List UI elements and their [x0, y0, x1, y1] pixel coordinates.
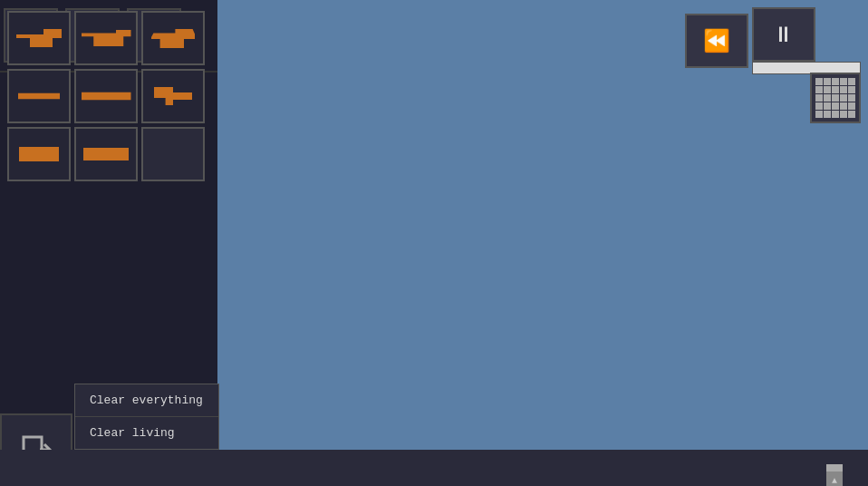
gun-sprite-7: [19, 147, 59, 161]
entity-arrow: ▲: [832, 476, 837, 486]
gun-sprite-2: [82, 30, 131, 46]
weapon-slot-1[interactable]: [7, 11, 71, 65]
pause-icon: ⏸: [773, 22, 795, 48]
weapon-slot-9[interactable]: [141, 127, 205, 181]
pause-button[interactable]: ⏸: [752, 7, 815, 62]
speed-control-group: ⏸: [752, 7, 861, 74]
weapon-slot-8[interactable]: [74, 127, 138, 181]
grid-icon: [815, 78, 855, 118]
context-menu: Clear everything Clear living: [74, 384, 219, 450]
entity-head: [826, 464, 843, 471]
rewind-button[interactable]: ⏪: [685, 14, 748, 68]
gun-sprite-1: [16, 29, 62, 47]
gun-sprite-3: [151, 28, 195, 48]
weapon-slot-3[interactable]: [141, 11, 205, 65]
weapon-slot-6[interactable]: [141, 69, 205, 123]
grid-toggle-button[interactable]: [810, 73, 861, 123]
weapon-slot-5[interactable]: [74, 69, 138, 123]
rewind-icon: ⏪: [703, 28, 730, 54]
weapon-slot-7[interactable]: [7, 127, 71, 181]
weapon-grid: [0, 4, 217, 189]
gun-sprite-6: [154, 87, 192, 105]
gun-sprite-4: [18, 89, 60, 103]
gun-sprite-5: [82, 90, 131, 102]
clear-everything-button[interactable]: Clear everything: [75, 384, 218, 417]
top-right-controls: ⏪ ⏸: [678, 0, 868, 82]
gun-sprite-8: [83, 148, 129, 160]
entity-bottom-right: ▲: [826, 464, 843, 486]
weapon-slot-2[interactable]: [74, 11, 138, 65]
weapon-slot-4[interactable]: [7, 69, 71, 123]
bottom-bar: [0, 450, 868, 486]
clear-living-button[interactable]: Clear living: [75, 417, 218, 449]
